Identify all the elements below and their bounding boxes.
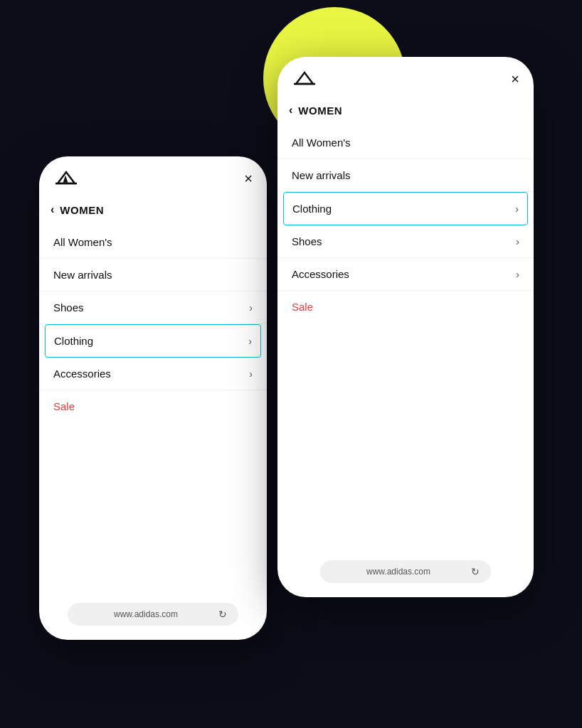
nav-back-section-back: ‹ WOMEN [39,196,267,226]
adidas-logo-front [292,70,317,88]
menu-item-label-accessories-front: Accessories [292,268,349,280]
menu-item-label-shoes-back: Shoes [53,301,84,314]
menu-item-label-all-womens-back: All Women's [53,236,112,248]
menu-item-label-new-arrivals-front: New arrivals [292,169,351,181]
menu-container-back: All Women's New arrivals Shoes › Clothin… [39,226,267,596]
chevron-clothing-back: › [248,336,252,347]
adidas-logo-back [53,169,79,188]
section-title-front: WOMEN [298,105,342,117]
address-bar-back: www.adidas.com ↻ [39,596,267,640]
chevron-accessories-back: › [249,368,253,380]
chevron-accessories-front: › [516,269,519,280]
chevron-shoes-front: › [516,236,519,247]
address-bar-inner-front: www.adidas.com ↻ [320,560,491,583]
menu-container-front: All Women's New arrivals Clothing › Shoe… [277,127,534,340]
close-button-front[interactable]: × [511,72,519,86]
menu-item-accessories-back[interactable]: Accessories › [39,358,267,390]
menu-item-label-accessories-back: Accessories [53,368,111,380]
menu-item-shoes-front[interactable]: Shoes › [277,225,534,258]
menu-item-clothing-front[interactable]: Clothing › [283,192,528,225]
close-button-back[interactable]: × [244,171,253,186]
back-arrow-back[interactable]: ‹ [51,203,54,216]
menu-item-label-clothing-front: Clothing [292,203,332,215]
menu-item-label-new-arrivals-back: New arrivals [53,269,112,281]
phone-front-content: × ‹ WOMEN All Women's New arrivals Cloth… [277,57,534,597]
menu-item-all-womens-front[interactable]: All Women's [277,127,534,159]
menu-item-shoes-back[interactable]: Shoes › [39,291,267,324]
chevron-clothing-front: › [515,203,519,215]
address-bar-front: www.adidas.com ↻ [277,553,534,597]
menu-item-label-clothing-back: Clothing [54,335,93,347]
adidas-logo-svg-front [292,70,317,88]
menu-item-new-arrivals-back[interactable]: New arrivals [39,259,267,291]
menu-item-label-shoes-front: Shoes [292,235,322,247]
phone-mockup-front: × ‹ WOMEN All Women's New arrivals Cloth… [277,57,534,597]
back-arrow-front[interactable]: ‹ [289,104,292,117]
menu-item-clothing-back[interactable]: Clothing › [45,324,261,358]
menu-item-label-all-womens-front: All Women's [292,136,351,149]
phone-back-content: × ‹ WOMEN All Women's New arrivals Shoes… [39,156,267,640]
phone-front-header: × [277,57,534,97]
menu-item-sale-front[interactable]: Sale [277,291,534,323]
adidas-logo-svg-back [53,169,79,188]
chevron-shoes-back: › [249,302,253,314]
phone-back-header: × [39,156,267,196]
menu-item-new-arrivals-front[interactable]: New arrivals [277,159,534,192]
section-title-back: WOMEN [60,204,104,216]
address-text-back: www.adidas.com [79,609,213,619]
nav-back-section-front: ‹ WOMEN [277,97,534,127]
menu-item-all-womens-back[interactable]: All Women's [39,226,267,259]
refresh-icon-back[interactable]: ↻ [218,609,227,620]
menu-item-accessories-front[interactable]: Accessories › [277,258,534,291]
menu-spacer-front [277,340,534,553]
address-text-front: www.adidas.com [332,567,465,577]
phone-mockup-back: × ‹ WOMEN All Women's New arrivals Shoes… [39,156,267,640]
svg-marker-2 [296,73,313,84]
menu-item-label-sale-front: Sale [292,301,313,313]
address-bar-inner-back: www.adidas.com ↻ [68,603,238,626]
menu-item-label-sale-back: Sale [53,400,75,412]
refresh-icon-front[interactable]: ↻ [471,566,480,577]
menu-item-sale-back[interactable]: Sale [39,390,267,422]
